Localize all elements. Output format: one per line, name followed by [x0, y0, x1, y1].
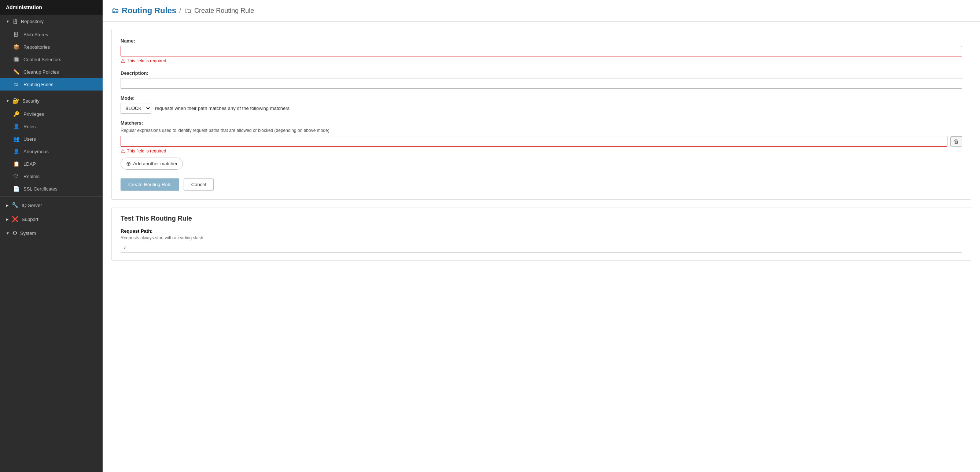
system-group-text: System — [20, 230, 36, 236]
divider-2 — [0, 196, 103, 197]
sidebar: Administration ▼ 🗄 Repository 🗄 Blob Sto… — [0, 0, 103, 472]
security-group-icon: 🔐 — [13, 97, 19, 104]
create-routing-rule-button[interactable]: Create Routing Rule — [121, 178, 179, 191]
sidebar-group-label-system[interactable]: ▼ ⚙ System — [0, 226, 103, 240]
breadcrumb-root[interactable]: 🗂 Routing Rules — [111, 6, 176, 15]
sidebar-item-privileges[interactable]: 🔑 Privileges — [0, 108, 103, 120]
delete-matcher-button[interactable]: 🗑 — [950, 136, 962, 146]
sidebar-item-realms[interactable]: 🛡 Realms — [0, 170, 103, 183]
users-icon: 👥 — [13, 136, 20, 142]
sidebar-item-ldap[interactable]: 📋 LDAP — [0, 157, 103, 170]
description-input[interactable] — [121, 78, 962, 89]
realms-icon: 🛡 — [13, 173, 20, 179]
cancel-button-label: Cancel — [191, 182, 206, 187]
matcher-error-text: This field is required — [127, 148, 166, 154]
breadcrumb-child: 🗂 Create Routing Rule — [184, 6, 254, 15]
test-section-title: Test This Routing Rule — [121, 215, 962, 222]
sidebar-group-support: ▶ ❌ Support — [0, 212, 103, 226]
name-error-message: ⚠ This field is required — [121, 58, 962, 64]
arrow-repository: ▼ — [6, 19, 10, 24]
breadcrumb-child-label: Create Routing Rule — [194, 7, 254, 15]
mode-row: BLOCK ALLOW requests when their path mat… — [121, 103, 962, 114]
sidebar-item-ssl-certificates[interactable]: 📄 SSL Certificates — [0, 183, 103, 195]
request-path-hint: Requests always start with a leading sla… — [121, 235, 962, 240]
security-group-text: Security — [22, 98, 40, 104]
test-section: Test This Routing Rule Request Path: Req… — [111, 207, 971, 261]
matcher-error-icon: ⚠ — [121, 148, 125, 154]
iq-icon: 🔧 — [12, 202, 19, 208]
breadcrumb-child-icon: 🗂 — [184, 6, 191, 15]
sidebar-item-anonymous[interactable]: 👤 Anonymous — [0, 145, 103, 157]
cleanup-policies-icon: ✏️ — [13, 69, 20, 75]
repositories-icon: 📦 — [13, 44, 20, 50]
sidebar-item-users[interactable]: 👥 Users — [0, 133, 103, 145]
repository-icon: 🗄 — [13, 18, 18, 25]
breadcrumb-root-icon: 🗂 — [111, 6, 119, 15]
sidebar-item-label-content-selectors: Content Selectors — [24, 57, 61, 62]
sidebar-item-label-blob-stores: Blob Stores — [24, 32, 48, 37]
sidebar-item-cleanup-policies[interactable]: ✏️ Cleanup Policies — [0, 65, 103, 78]
sidebar-group-label-repository[interactable]: ▼ 🗄 Repository — [0, 15, 103, 28]
breadcrumb-root-label: Routing Rules — [122, 6, 176, 15]
add-matcher-label: Add another matcher — [133, 161, 177, 166]
sidebar-item-label-users: Users — [24, 136, 36, 142]
sidebar-header: Administration — [0, 0, 103, 15]
sidebar-item-routing-rules[interactable]: 🗂 Routing Rules — [0, 78, 103, 91]
name-field: Name: ⚠ This field is required — [121, 38, 962, 64]
matchers-label: Matchers: — [121, 120, 962, 126]
mode-label: Mode: — [121, 95, 962, 101]
action-row: Create Routing Rule Cancel — [121, 178, 962, 191]
matcher-input[interactable] — [121, 136, 947, 146]
blob-stores-icon: 🗄 — [13, 32, 20, 37]
name-input[interactable] — [121, 46, 962, 56]
name-error-icon: ⚠ — [121, 58, 125, 64]
iq-group-text: IQ Server — [22, 203, 42, 208]
sidebar-group-label-iq[interactable]: ▶ 🔧 IQ Server — [0, 198, 103, 212]
routing-rules-icon: 🗂 — [13, 81, 20, 87]
mode-field: Mode: BLOCK ALLOW requests when their pa… — [121, 95, 962, 114]
sidebar-item-label-roles: Roles — [24, 124, 35, 129]
sidebar-group-iq: ▶ 🔧 IQ Server — [0, 198, 103, 212]
sidebar-group-label-support[interactable]: ▶ ❌ Support — [0, 212, 103, 226]
matchers-field: Matchers: Regular expressions used to id… — [121, 120, 962, 170]
cancel-button[interactable]: Cancel — [184, 178, 214, 191]
breadcrumb-separator: / — [179, 7, 181, 15]
sidebar-item-label-realms: Realms — [24, 174, 40, 179]
sidebar-item-repositories[interactable]: 📦 Repositories — [0, 41, 103, 53]
form-panel: Name: ⚠ This field is required Descripti… — [111, 29, 971, 200]
mode-select[interactable]: BLOCK ALLOW — [121, 103, 151, 114]
matcher-error-message: ⚠ This field is required — [121, 148, 962, 154]
arrow-security: ▼ — [6, 99, 10, 103]
request-path-input[interactable] — [121, 243, 962, 253]
sidebar-header-label: Administration — [6, 5, 42, 10]
description-label: Description: — [121, 70, 962, 76]
name-label: Name: — [121, 38, 962, 44]
sidebar-group-label-security[interactable]: ▼ 🔐 Security — [0, 94, 103, 108]
sidebar-item-blob-stores[interactable]: 🗄 Blob Stores — [0, 28, 103, 41]
ldap-icon: 📋 — [13, 161, 20, 167]
system-icon: ⚙ — [13, 230, 17, 236]
sidebar-item-content-selectors[interactable]: 🔘 Content Selectors — [0, 53, 103, 65]
support-icon: ❌ — [12, 216, 19, 222]
support-group-text: Support — [22, 216, 38, 222]
mode-suffix-text: requests when their path matches any of … — [155, 105, 290, 111]
matcher-row: 🗑 — [121, 136, 962, 146]
sidebar-item-roles[interactable]: 👤 Roles — [0, 120, 103, 133]
sidebar-item-label-ssl: SSL Certificates — [24, 186, 57, 192]
sidebar-item-label-routing-rules: Routing Rules — [24, 82, 54, 87]
roles-icon: 👤 — [13, 124, 20, 129]
description-field: Description: — [121, 70, 962, 89]
arrow-support: ▶ — [6, 217, 9, 221]
request-path-label: Request Path: — [121, 228, 962, 234]
content-selectors-icon: 🔘 — [13, 56, 20, 62]
create-button-label: Create Routing Rule — [128, 182, 172, 187]
arrow-system: ▼ — [6, 231, 10, 235]
repository-group-text: Repository — [21, 19, 44, 24]
add-matcher-button[interactable]: ⊕ Add another matcher — [121, 157, 183, 170]
sidebar-group-security: ▼ 🔐 Security 🔑 Privileges 👤 Roles 👥 User… — [0, 94, 103, 195]
ssl-icon: 📄 — [13, 186, 20, 192]
add-matcher-icon: ⊕ — [126, 160, 131, 167]
sidebar-item-label-ldap: LDAP — [24, 161, 36, 167]
matchers-hint: Regular expressions used to identify req… — [121, 128, 962, 133]
arrow-iq: ▶ — [6, 203, 9, 207]
